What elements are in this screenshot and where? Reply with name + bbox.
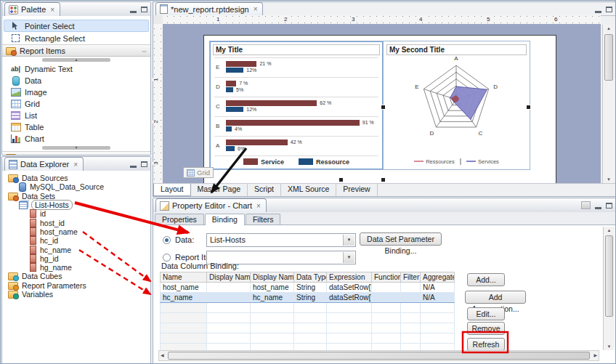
palette-item-list[interactable]: List [4,110,149,121]
chart-radar[interactable]: My Second Title ADCDE Ressources | Servi… [384,41,530,169]
report-item-radio[interactable] [163,254,171,262]
editor-tab[interactable]: *new_report.rptdesign × [155,2,263,15]
tree-item-data-sources[interactable]: Data Sources [2,174,150,182]
scroll-up-arrow[interactable]: ▲ [603,26,615,31]
tree-item-variables[interactable]: Variables [2,290,150,299]
tree-item-data-cubes[interactable]: Data Cubes [2,272,150,280]
minimize-icon[interactable] [130,5,137,13]
close-icon[interactable]: × [50,6,54,14]
close-icon[interactable]: × [254,5,258,13]
palette-item-dynamic-text[interactable]: ab|Dynamic Text [4,63,149,75]
scrollbar-thumb[interactable] [604,34,613,81]
remove-button[interactable]: Remove [467,322,505,335]
layout-toggle-icon[interactable]: ⇔ [141,154,147,155]
edit-button[interactable]: Edit... [467,307,505,320]
minimize-icon[interactable] [595,5,601,13]
tab-preview[interactable]: Preview [336,184,377,196]
column-header-name[interactable]: Name [161,272,207,283]
scroll-up-strip[interactable]: ▲ [42,58,110,62]
grid-element[interactable]: My Title E21 %12%D7 %5%C62 %12%B91 %4%A4… [209,41,530,170]
scrollbar-thumb[interactable] [168,352,590,360]
tab-master-page[interactable]: Master Page [191,184,248,196]
scroll-right-arrow[interactable]: ▶ [593,352,597,357]
add-button[interactable]: Add... [467,273,505,286]
add-aggregation-button[interactable]: Add Aggregation... [465,291,526,304]
tree-item-data-sets[interactable]: Data Sets [2,192,150,201]
maximize-icon[interactable] [606,203,612,209]
editor-vertical-scrollbar[interactable]: ▲ ▼ [602,25,615,183]
data-explorer-tab[interactable]: Data Explorer × [4,157,84,171]
column-header-display-name[interactable]: Display Name [251,272,294,283]
minimize-icon[interactable] [595,201,601,209]
table-row-empty[interactable] [161,313,455,323]
maximize-icon[interactable] [606,7,612,12]
scroll-down-arrow[interactable]: ▼ [603,177,615,182]
tab-binding[interactable]: Binding [205,214,245,225]
tree-item-report-parameters[interactable]: Report Parameters [2,281,150,290]
tab-layout[interactable]: Layout [153,184,191,196]
tree-item-list-hosts[interactable]: List-Hosts [2,201,150,209]
tree-item-mysql-data-source[interactable]: MySQL_Data_Source [2,182,150,191]
refresh-button[interactable]: Refresh [467,338,505,351]
tree-item-hc-name[interactable]: hc_name [2,245,150,254]
chevron-down-icon[interactable]: ▼ [343,235,354,246]
tab-script[interactable]: Script [248,184,281,196]
tree-item-host-id[interactable]: host_id [2,218,150,227]
grid-element-tag[interactable]: Grid [183,167,214,178]
column-header-function[interactable]: Function [372,272,401,283]
tab-filters[interactable]: Filters [246,214,281,225]
palette-item-table[interactable]: Table [4,121,149,133]
scroll-up-arrow[interactable]: ▲ [604,228,615,232]
column-header-expression[interactable]: Expression [327,272,372,283]
palette-tool-rectangle-select[interactable]: Rectangle Select [4,32,149,44]
tree-item-hc-id[interactable]: hc_id [2,236,150,245]
table-row-host-name[interactable]: host_namehost_nameStringdataSetRow["ho..… [161,283,455,293]
data-set-combo[interactable]: List-Hosts ▼ [206,233,356,247]
layout-canvas[interactable]: My Title E21 %12%D7 %5%C62 %12%B91 %4%A4… [163,24,601,184]
selection-handle[interactable] [526,105,531,110]
chart-bar[interactable]: My Title E21 %12%D7 %5%C62 %12%B91 %4%A4… [210,41,384,169]
column-header-display-name-id[interactable]: Display Name ID [207,272,251,283]
column-header-aggregate-on[interactable]: Aggregate On [421,272,455,283]
selection-handle[interactable] [381,105,386,110]
table-row-empty[interactable] [161,303,455,313]
close-icon[interactable]: × [73,161,78,169]
tab-xml-source[interactable]: XML Source [281,184,336,196]
property-editor-tab[interactable]: Property Editor - Chart × [155,198,267,212]
scroll-left-arrow[interactable]: ◀ [161,352,164,357]
palette-tool-pointer-select[interactable]: Pointer Select [4,20,149,32]
report-page[interactable]: My Title E21 %12%D7 %5%C62 %12%B91 %4%A4… [203,35,556,184]
data-column-binding-table[interactable]: NameDisplay Name IDDisplay NameData Type… [160,272,455,354]
selection-handle[interactable] [381,177,386,182]
close-icon[interactable]: × [256,202,261,210]
scroll-down-strip[interactable]: ▼ [42,146,110,150]
column-header-filter[interactable]: Filter [401,272,421,283]
table-row-empty[interactable] [161,333,455,344]
table-row-empty[interactable] [161,323,455,333]
chevron-down-icon[interactable]: ▼ [343,252,354,263]
tab-properties[interactable]: Properties [155,214,204,225]
tree-item-host-name[interactable]: host_name [2,227,150,236]
palette-item-grid[interactable]: Grid [4,98,149,110]
palette-item-chart[interactable]: Chart [4,133,149,145]
layout-toggle-icon[interactable]: ⇔ [141,47,147,54]
scroll-down-arrow[interactable]: ▼ [604,344,615,349]
tree-item-hg-id[interactable]: hg_id [2,254,150,263]
maximize-icon[interactable] [141,7,147,12]
scrollbar-thumb[interactable] [605,235,613,317]
selection-handle[interactable] [339,177,344,182]
minimize-icon[interactable] [130,160,137,168]
palette-tab[interactable]: Palette × [4,2,60,16]
data-set-parameter-binding-button[interactable]: Data Set Parameter Binding... [360,232,442,246]
panel-vertical-scrollbar[interactable]: ▲ ▼ [603,227,615,350]
table-row-hc-name[interactable]: hc_namehc_nameStringdataSetRow["hc...N/A [161,293,455,303]
palette-item-image[interactable]: Image [4,86,149,98]
view-menu-icon[interactable] [581,201,591,209]
palette-item-data[interactable]: Data [4,75,149,86]
data-radio[interactable] [163,236,171,244]
section-report-items[interactable]: Report Items ⇔ [2,44,150,57]
table-horizontal-scrollbar[interactable]: ◀ ▶ [158,350,599,361]
column-header-data-type[interactable]: Data Type [294,272,327,283]
tree-item-hg-name[interactable]: hg_name [2,263,150,272]
tree-item-id[interactable]: id [2,209,150,218]
